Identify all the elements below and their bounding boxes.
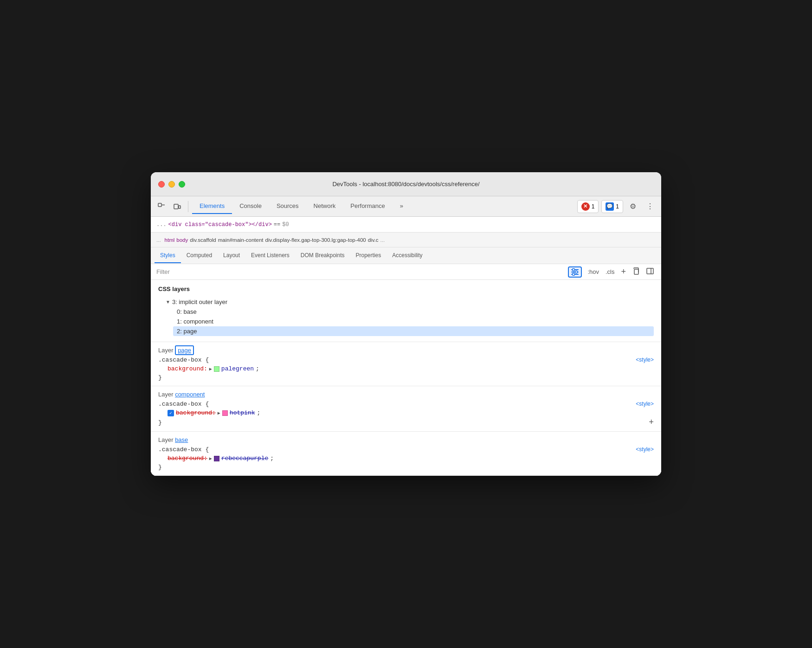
expand-bg-page-icon[interactable]: ▶ [209, 366, 212, 372]
toolbar-right: ✕ 1 💬 1 ⚙ ⋮ [577, 200, 657, 214]
info-icon: 💬 [606, 202, 614, 211]
selector-page: .cascade-box { [158, 356, 209, 363]
inspect-element-button[interactable] [155, 200, 168, 214]
breadcrumb-div-c[interactable]: div.c [368, 237, 379, 243]
style-source-page[interactable]: <style> [636, 356, 654, 363]
tab-performance[interactable]: Performance [343, 199, 392, 214]
property-toggle-checkbox[interactable]: ✓ [168, 410, 174, 416]
layer-item-implicit[interactable]: ▼ 3: implicit outer layer [162, 297, 654, 307]
subtab-accessibility[interactable]: Accessibility [387, 248, 428, 263]
error-count: 1 [592, 203, 595, 210]
prop-value-bg-component[interactable]: hotpink [230, 409, 255, 416]
filter-input[interactable] [174, 268, 565, 275]
closing-brace-component: } [158, 419, 162, 426]
main-tabs: Elements Console Sources Network Perform… [192, 199, 575, 214]
layer-item-page[interactable]: 2: page [173, 326, 654, 336]
prop-semi-page: ; [256, 365, 259, 372]
layer-text-page: Layer [158, 347, 175, 354]
prop-value-bg-base[interactable]: rebeccapurple [221, 455, 268, 462]
prop-line-base-bg: background: ▶ rebeccapurple ; [168, 455, 654, 462]
closing-brace-component-line: } + [158, 418, 654, 427]
cls-button[interactable]: .cls [604, 267, 617, 276]
new-style-rule-button[interactable]: + [619, 266, 628, 278]
subtab-properties[interactable]: Properties [350, 248, 387, 263]
tab-network[interactable]: Network [306, 199, 343, 214]
layer-text-component: Layer [158, 391, 175, 398]
subtab-computed[interactable]: Computed [181, 248, 218, 263]
copy-styles-button[interactable] [631, 266, 642, 277]
info-badge-button[interactable]: 💬 1 [601, 200, 623, 213]
layer-link-page[interactable]: page [175, 345, 194, 355]
filter-actions: :hov .cls + [586, 266, 656, 278]
error-badge-button[interactable]: ✕ 1 [577, 200, 599, 213]
breadcrumb-main[interactable]: main#main-content [218, 237, 264, 243]
subtab-styles[interactable]: Styles [155, 248, 181, 263]
svg-rect-10 [634, 269, 638, 274]
prop-semi-component: ; [257, 409, 260, 416]
selector-base: .cascade-box { [158, 446, 209, 453]
filter-label: Filter [156, 268, 170, 275]
maximize-button[interactable] [179, 181, 185, 188]
layer-link-base[interactable]: base [175, 436, 188, 443]
subtab-dom-breakpoints[interactable]: DOM Breakpoints [295, 248, 350, 263]
prop-name-bg-component: background: [176, 409, 216, 416]
toggle-sidebar-button[interactable] [644, 266, 656, 277]
top-toolbar: Elements Console Sources Network Perform… [151, 196, 661, 217]
svg-point-7 [573, 268, 575, 271]
tab-more[interactable]: » [393, 199, 411, 214]
selector-component: .cascade-box { [158, 401, 209, 408]
closing-brace-base: } [158, 464, 654, 471]
subtab-event-listeners[interactable]: Event Listeners [245, 248, 295, 263]
style-source-component[interactable]: <style> [636, 401, 654, 407]
color-swatch-rebeccapurple[interactable] [214, 456, 219, 461]
hov-button[interactable]: :hov [586, 267, 601, 276]
layer-component-label: Layer component [158, 391, 654, 398]
prop-line-page-bg: background: ▶ palegreen ; [168, 365, 654, 372]
layer-filter-button[interactable] [568, 266, 582, 278]
css-content: CSS layers ▼ 3: implicit outer layer 0: … [151, 280, 661, 476]
layer-item-base[interactable]: 0: base [173, 307, 654, 317]
prop-line-component-bg: ✓ background: ▶ hotpink ; [168, 409, 654, 416]
layer-item-component[interactable]: 1: component [173, 317, 654, 326]
breadcrumb-html[interactable]: html [165, 237, 175, 243]
subtab-layout[interactable]: Layout [218, 248, 245, 263]
title-bar: DevTools - localhost:8080/docs/devtools/… [151, 172, 661, 196]
breadcrumb-more[interactable]: ... [380, 237, 385, 243]
add-property-button[interactable]: + [649, 418, 654, 427]
breadcrumb: ... html body div.scaffold main#main-con… [151, 233, 661, 247]
toggle-device-toolbar-button[interactable] [170, 200, 184, 214]
dom-path-dots: ... [156, 221, 167, 228]
layer-link-component[interactable]: component [175, 391, 205, 398]
svg-point-8 [575, 271, 578, 273]
settings-button[interactable]: ⚙ [626, 200, 640, 214]
tab-console[interactable]: Console [232, 199, 269, 214]
tree-triangle-icon: ▼ [166, 299, 170, 305]
close-button[interactable] [158, 181, 165, 188]
svg-rect-3 [179, 206, 180, 208]
more-options-button[interactable]: ⋮ [643, 200, 657, 213]
tab-sources[interactable]: Sources [269, 199, 306, 214]
style-source-base[interactable]: <style> [636, 446, 654, 453]
expand-bg-component-icon[interactable]: ▶ [218, 410, 220, 416]
rule-block-page: Layer page <style> .cascade-box { backgr… [151, 342, 661, 386]
color-swatch-hotpink[interactable] [222, 410, 228, 416]
layer-base-label: Layer base [158, 436, 654, 443]
dom-path-code[interactable]: <div class="cascade-box"></div> [168, 221, 272, 228]
breadcrumb-flex-div[interactable]: div.display-flex.gap-top-300.lg:gap-top-… [265, 237, 366, 243]
filter-bar: Filter :hov .cls + [151, 264, 661, 280]
expand-bg-base-icon[interactable]: ▶ [209, 456, 212, 461]
prop-value-bg-page[interactable]: palegreen [221, 365, 254, 372]
svg-rect-2 [174, 204, 178, 209]
devtools-window: DevTools - localhost:8080/docs/devtools/… [151, 172, 661, 476]
svg-rect-0 [158, 203, 161, 207]
info-count: 1 [616, 203, 619, 210]
breadcrumb-scaffold[interactable]: div.scaffold [190, 237, 216, 243]
minimize-button[interactable] [168, 181, 175, 188]
devtools-panel: Elements Console Sources Network Perform… [151, 196, 661, 476]
layer-children: 0: base 1: component 2: page [173, 307, 654, 336]
tab-elements[interactable]: Elements [192, 199, 232, 214]
breadcrumb-body[interactable]: body [176, 237, 188, 243]
dom-path-bar: ... <div class="cascade-box"></div> == $… [151, 217, 661, 233]
prop-name-bg-base: background: [168, 455, 207, 462]
color-swatch-palegreen[interactable] [214, 366, 219, 372]
